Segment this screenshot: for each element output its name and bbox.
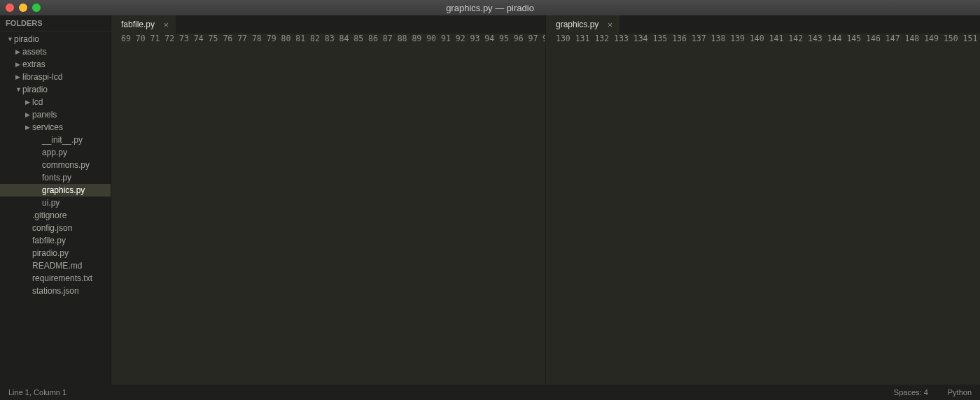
- tree-item-label: fabfile.py: [32, 236, 66, 245]
- tree-item-label: lcd: [32, 97, 43, 107]
- tree-item-label: fonts.py: [42, 173, 71, 183]
- status-cursor-position[interactable]: Line 1, Column 1: [8, 388, 66, 397]
- statusbar: Line 1, Column 1 Spaces: 4 Python: [0, 385, 980, 400]
- tree-item-graphics-py[interactable]: graphics.py: [0, 184, 111, 197]
- tree-arrow-icon: ▼: [15, 86, 22, 93]
- status-indentation[interactable]: Spaces: 4: [894, 388, 928, 397]
- tree-item-label: piradio: [22, 85, 48, 94]
- close-icon[interactable]: ×: [163, 20, 169, 30]
- tree-item-label: libraspi-lcd: [22, 72, 62, 82]
- line-gutter: 130 131 132 133 134 135 136 137 138 139 …: [546, 34, 980, 385]
- tree-item-label: graphics.py: [42, 185, 85, 195]
- tree-item-stations-json[interactable]: stations.json: [0, 285, 111, 297]
- tree-item-label: config.json: [32, 223, 72, 233]
- tree-item-fonts-py[interactable]: fonts.py: [0, 171, 111, 184]
- code-editor[interactable]: 130 131 132 133 134 135 136 137 138 139 …: [546, 34, 980, 385]
- tree-item-piradio[interactable]: ▼piradio: [0, 83, 111, 96]
- close-icon[interactable]: ×: [608, 20, 613, 30]
- tree-item-label: piradio.py: [32, 248, 69, 258]
- minimize-window-icon[interactable]: [19, 3, 27, 12]
- tree-arrow-icon: ▼: [7, 36, 14, 43]
- tree-item-piradio[interactable]: ▼piradio: [0, 33, 111, 45]
- tree-arrow-icon: ▶: [25, 124, 32, 131]
- tree-item-label: commons.py: [42, 160, 90, 170]
- tree-item-label: app.py: [42, 148, 67, 157]
- tree-item-label: .gitignore: [32, 210, 66, 220]
- tree-item-label: __init__.py: [42, 135, 83, 145]
- editor-pane-0: fabfile.py×69 70 71 72 73 74 75 76 77 78…: [111, 15, 545, 385]
- tree-arrow-icon: ▶: [25, 99, 32, 106]
- close-window-icon[interactable]: [6, 3, 14, 12]
- tree-item-label: panels: [32, 110, 57, 120]
- status-language[interactable]: Python: [948, 388, 972, 397]
- main-area: FOLDERS ▼piradio▶assets▶extras▶libraspi-…: [0, 15, 980, 385]
- tree-item-label: extras: [22, 59, 46, 69]
- tab-label: fabfile.py: [121, 20, 155, 29]
- tree-item-label: requirements.txt: [32, 273, 92, 283]
- tree-item-libraspi-lcd[interactable]: ▶libraspi-lcd: [0, 71, 111, 83]
- tree-item-lcd[interactable]: ▶lcd: [0, 96, 111, 108]
- titlebar: graphics.py — piradio: [0, 0, 980, 15]
- tab-fabfile-py[interactable]: fabfile.py×: [111, 15, 176, 34]
- tree-arrow-icon: ▶: [15, 61, 22, 68]
- tree-item-commons-py[interactable]: commons.py: [0, 159, 111, 171]
- tree-item-piradio-py[interactable]: piradio.py: [0, 247, 111, 259]
- tree-item-panels[interactable]: ▶panels: [0, 108, 111, 121]
- line-gutter: 69 70 71 72 73 74 75 76 77 78 79 80 81 8…: [111, 34, 545, 385]
- tree-arrow-icon: ▶: [15, 73, 22, 80]
- tree-arrow-icon: ▶: [25, 111, 32, 118]
- tree-item-label: piradio: [14, 34, 39, 44]
- tree-item--gitignore[interactable]: .gitignore: [0, 209, 111, 222]
- tree-item-services[interactable]: ▶services: [0, 121, 111, 134]
- editor-panes: fabfile.py×69 70 71 72 73 74 75 76 77 78…: [111, 15, 980, 385]
- tree-item---init---py[interactable]: __init__.py: [0, 134, 111, 146]
- sidebar: FOLDERS ▼piradio▶assets▶extras▶libraspi-…: [0, 15, 111, 385]
- tree-item-extras[interactable]: ▶extras: [0, 58, 111, 71]
- code-editor[interactable]: 69 70 71 72 73 74 75 76 77 78 79 80 81 8…: [111, 34, 545, 385]
- sidebar-header: FOLDERS: [0, 15, 111, 31]
- tree-item-requirements-txt[interactable]: requirements.txt: [0, 272, 111, 285]
- zoom-window-icon[interactable]: [32, 3, 41, 12]
- tree-item-config-json[interactable]: config.json: [0, 222, 111, 234]
- tree-item-readme-md[interactable]: README.md: [0, 259, 111, 272]
- tree-item-label: services: [32, 122, 63, 132]
- tree-item-ui-py[interactable]: ui.py: [0, 197, 111, 209]
- window-controls: [6, 3, 41, 12]
- tabbar: fabfile.py×: [111, 15, 545, 34]
- tree-item-label: ui.py: [42, 198, 59, 208]
- folder-tree: ▼piradio▶assets▶extras▶libraspi-lcd▼pira…: [0, 31, 111, 299]
- tree-item-label: assets: [22, 47, 47, 57]
- tree-arrow-icon: ▶: [15, 48, 22, 55]
- tab-graphics-py[interactable]: graphics.py×: [546, 15, 620, 34]
- tree-item-assets[interactable]: ▶assets: [0, 45, 111, 58]
- window-title: graphics.py — piradio: [446, 3, 534, 13]
- tabbar: graphics.py×: [546, 15, 980, 34]
- tree-item-fabfile-py[interactable]: fabfile.py: [0, 234, 111, 247]
- tab-label: graphics.py: [556, 20, 598, 29]
- tree-item-label: stations.json: [32, 286, 79, 296]
- editor-pane-1: graphics.py×130 131 132 133 134 135 136 …: [545, 15, 980, 385]
- tree-item-app-py[interactable]: app.py: [0, 146, 111, 159]
- tree-item-label: README.md: [32, 261, 82, 271]
